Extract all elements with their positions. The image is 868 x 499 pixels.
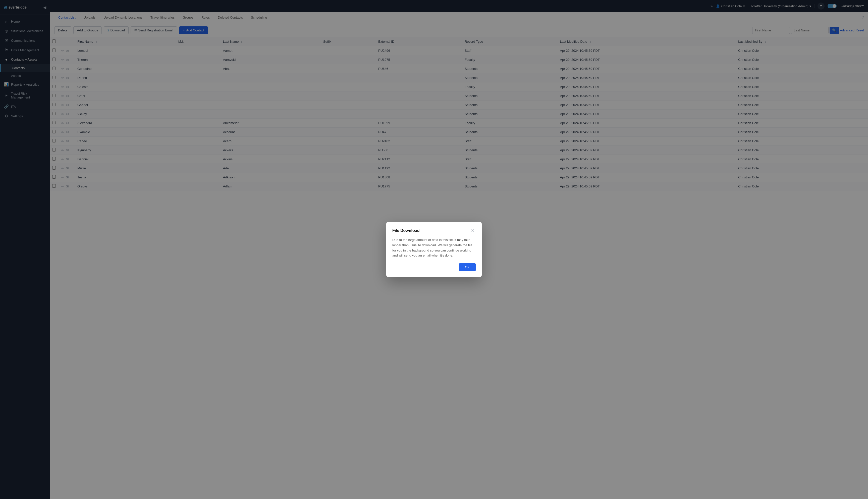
modal-title: File Download [392, 228, 419, 233]
modal-header: File Download ✕ [392, 228, 476, 233]
modal-body-text: Due to the large amount of data in this … [392, 238, 476, 258]
modal-ok-button[interactable]: OK [459, 263, 476, 271]
modal-close-button[interactable]: ✕ [470, 228, 476, 233]
file-download-modal: File Download ✕ Due to the large amount … [386, 222, 482, 277]
modal-overlay[interactable]: File Download ✕ Due to the large amount … [0, 0, 868, 499]
modal-footer: OK [392, 263, 476, 271]
